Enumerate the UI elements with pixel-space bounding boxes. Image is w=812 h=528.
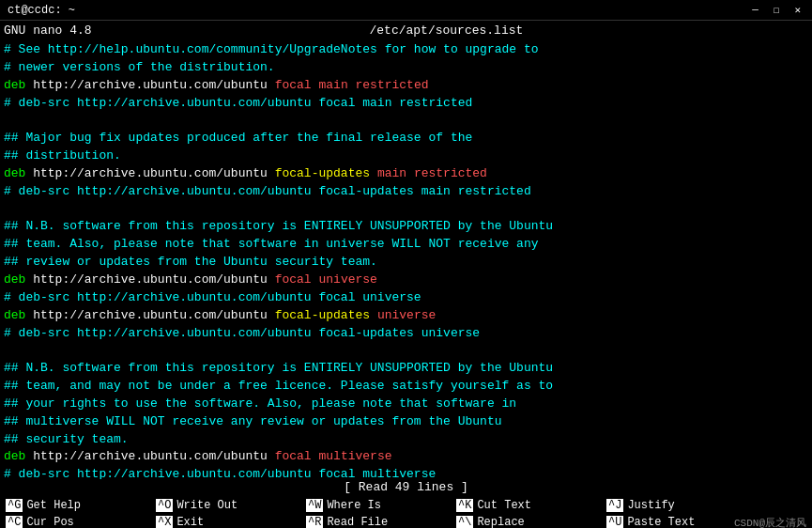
shortcut-label: Cur Pos	[26, 516, 73, 528]
shortcut-cur-pos[interactable]: ^C Cur Pos	[0, 514, 150, 528]
status-text: [ Read 49 lines ]	[344, 480, 468, 494]
line: # deb-src http://archive.ubuntu.com/ubun…	[4, 325, 808, 343]
nano-filename: /etc/apt/sources.list	[369, 23, 523, 38]
nano-version: GNU nano 4.8	[4, 23, 92, 38]
line: # See http://help.ubuntu.com/community/U…	[4, 41, 808, 59]
line: # deb-src http://archive.ubuntu.com/ubun…	[4, 466, 808, 479]
line	[4, 112, 808, 130]
line: ## multiverse WILL NOT receive any revie…	[4, 413, 808, 431]
shortcut-cut-text[interactable]: ^K Cut Text	[451, 497, 601, 514]
window-controls[interactable]: — ☐ ✕	[748, 4, 804, 16]
line: # newer versions of the distribution.	[4, 59, 808, 77]
line: ## team, and may not be under a free lic…	[4, 378, 808, 396]
line: ## N.B. software from this repository is…	[4, 218, 808, 236]
line	[4, 342, 808, 360]
line: # deb-src http://archive.ubuntu.com/ubun…	[4, 183, 808, 201]
watermark: CSDN@辰之清风	[734, 516, 806, 528]
shortcut-label: Exit	[176, 516, 204, 528]
shortcut-read-file[interactable]: ^R Read File	[300, 514, 451, 528]
line: ## Major bug fix updates produced after …	[4, 130, 808, 148]
shortcut-label: Read File	[327, 516, 388, 528]
shortcut-exit[interactable]: ^X Exit	[150, 514, 300, 528]
shortcut-get-help[interactable]: ^G Get Help	[0, 497, 150, 514]
line: ## your rights to use the software. Also…	[4, 396, 808, 413]
shortcut-key: ^O	[156, 499, 173, 512]
line: ## distribution.	[4, 148, 808, 165]
shortcut-label: Cut Text	[477, 499, 531, 512]
shortcut-paste-text[interactable]: ^U Paste Text	[601, 514, 751, 528]
shortcut-key: ^W	[306, 499, 323, 512]
shortcut-key: ^R	[306, 516, 323, 528]
shortcut-justify[interactable]: ^J Justify	[601, 497, 751, 514]
shortcut-key: ^U	[606, 516, 623, 528]
line: deb http://archive.ubuntu.com/ubuntu foc…	[4, 77, 808, 95]
shortcut-label: Justify	[627, 499, 674, 512]
shortcut-label: Get Help	[26, 499, 81, 512]
line: deb http://archive.ubuntu.com/ubuntu foc…	[4, 448, 808, 466]
shortcut-replace[interactable]: ^\ Replace	[451, 514, 601, 528]
line: # deb-src http://archive.ubuntu.com/ubun…	[4, 289, 808, 307]
line: deb http://archive.ubuntu.com/ubuntu foc…	[4, 307, 808, 325]
shortcut-label: Replace	[477, 516, 524, 528]
shortcut-key: ^\	[456, 516, 473, 528]
shortcut-key: ^X	[156, 516, 173, 528]
shortcut-label: Write Out	[176, 499, 237, 512]
shortcut-key: ^G	[6, 499, 23, 512]
line: ## security team.	[4, 431, 808, 449]
shortcut-write-out[interactable]: ^O Write Out	[150, 497, 300, 514]
shortcut-key: ^K	[456, 499, 473, 512]
line	[4, 201, 808, 219]
shortcut-key: ^J	[606, 499, 623, 512]
shortcut-where-is[interactable]: ^W Where Is	[300, 497, 451, 514]
shortcut-key: ^C	[6, 516, 23, 528]
close-button[interactable]: ✕	[790, 4, 804, 16]
terminal-title: ct@ccdc: ~	[8, 4, 75, 17]
shortcut-label: Where Is	[327, 499, 381, 512]
title-bar: ct@ccdc: ~ — ☐ ✕	[0, 0, 812, 21]
minimize-button[interactable]: —	[748, 4, 762, 16]
nano-header: GNU nano 4.8 /etc/apt/sources.list	[0, 21, 812, 39]
shortcut-bar: ^G Get Help ^O Write Out ^W Where Is ^K …	[0, 496, 812, 528]
line: ## review or updates from the Ubuntu sec…	[4, 254, 808, 272]
line: deb http://archive.ubuntu.com/ubuntu foc…	[4, 272, 808, 289]
line: deb http://archive.ubuntu.com/ubuntu foc…	[4, 165, 808, 183]
editor-area[interactable]: # See http://help.ubuntu.com/community/U…	[0, 39, 812, 479]
line: ## N.B. software from this repository is…	[4, 360, 808, 378]
statusbar: [ Read 49 lines ]	[0, 479, 812, 496]
line: ## team. Also, please note that software…	[4, 236, 808, 254]
shortcut-label: Paste Text	[627, 516, 695, 528]
maximize-button[interactable]: ☐	[770, 4, 784, 16]
line: # deb-src http://archive.ubuntu.com/ubun…	[4, 95, 808, 113]
